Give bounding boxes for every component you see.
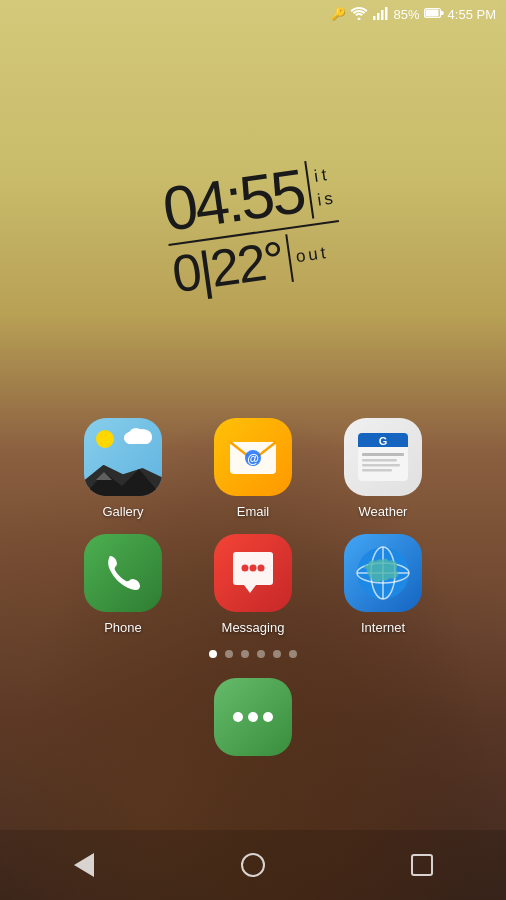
- battery-icon: [424, 7, 444, 22]
- page-dots: [0, 650, 506, 658]
- app-row-2: Phone Messaging: [30, 534, 476, 635]
- wifi-icon: [350, 6, 368, 23]
- svg-rect-24: [362, 469, 392, 472]
- svg-marker-12: [84, 469, 162, 496]
- back-button[interactable]: [59, 840, 109, 890]
- weather-icon: G: [344, 418, 422, 496]
- svg-rect-4: [385, 7, 388, 20]
- svg-text:G: G: [379, 435, 388, 447]
- svg-point-11: [129, 428, 143, 440]
- home-button[interactable]: [228, 840, 278, 890]
- clock-date: 0|22°: [169, 233, 286, 300]
- status-icons: 🔑 85%: [331, 6, 496, 23]
- svg-rect-2: [377, 13, 380, 20]
- messaging-icon: [214, 534, 292, 612]
- email-envelope-svg: @: [228, 438, 278, 476]
- drawer-dot-2: [248, 712, 258, 722]
- signal-icon: [372, 6, 390, 23]
- internet-icon-svg: [354, 544, 412, 602]
- weather-label: Weather: [359, 504, 408, 519]
- app-row-1: Gallery @ Email: [30, 418, 476, 519]
- artistic-clock: 04:55 it is 0|22° out: [137, 133, 369, 322]
- gallery-cloud-svg: [122, 426, 154, 444]
- app-phone[interactable]: Phone: [73, 534, 173, 635]
- svg-rect-23: [362, 464, 400, 467]
- gallery-icon: [84, 418, 162, 496]
- clock-it: it: [313, 163, 334, 189]
- drawer-button[interactable]: [214, 678, 292, 756]
- svg-point-27: [258, 565, 265, 572]
- page-dot-2[interactable]: [241, 650, 249, 658]
- page-dot-5[interactable]: [289, 650, 297, 658]
- page-dot-1[interactable]: [225, 650, 233, 658]
- back-icon: [74, 853, 94, 877]
- status-time: 4:55 PM: [448, 7, 496, 22]
- app-drawer: [0, 678, 506, 756]
- page-dot-0[interactable]: [209, 650, 217, 658]
- email-icon: @: [214, 418, 292, 496]
- recent-icon: [411, 854, 433, 876]
- app-grid: Gallery @ Email: [0, 418, 506, 635]
- home-icon: [241, 853, 265, 877]
- svg-marker-13: [96, 472, 112, 480]
- svg-rect-21: [362, 453, 404, 456]
- messaging-icon-svg: [228, 550, 278, 596]
- svg-point-26: [250, 565, 257, 572]
- status-bar: 🔑 85%: [0, 0, 506, 28]
- recent-apps-button[interactable]: [397, 840, 447, 890]
- clock-out: out: [295, 244, 330, 265]
- clock-widget: 04:55 it is 0|22° out: [0, 38, 506, 418]
- email-label: Email: [237, 504, 270, 519]
- nav-bar: [0, 830, 506, 900]
- svg-point-25: [242, 565, 249, 572]
- phone-icon: [84, 534, 162, 612]
- clock-divider2: [285, 234, 293, 282]
- svg-point-0: [357, 17, 360, 20]
- gallery-label: Gallery: [102, 504, 143, 519]
- battery-percent: 85%: [394, 7, 420, 22]
- svg-rect-3: [381, 10, 384, 20]
- app-internet[interactable]: Internet: [333, 534, 433, 635]
- app-gallery[interactable]: Gallery: [73, 418, 173, 519]
- svg-rect-1: [373, 16, 376, 20]
- svg-rect-7: [425, 9, 438, 16]
- gallery-sun: [96, 430, 114, 448]
- key-icon: 🔑: [331, 7, 346, 21]
- drawer-dot-1: [233, 712, 243, 722]
- page-dot-3[interactable]: [257, 650, 265, 658]
- phone-label: Phone: [104, 620, 142, 635]
- weather-icon-svg: G: [354, 431, 412, 483]
- svg-rect-6: [441, 11, 444, 15]
- drawer-dot-3: [263, 712, 273, 722]
- app-weather[interactable]: G Weather: [333, 418, 433, 519]
- app-messaging[interactable]: Messaging: [203, 534, 303, 635]
- messaging-label: Messaging: [222, 620, 285, 635]
- svg-text:@: @: [247, 452, 259, 466]
- page-dot-4[interactable]: [273, 650, 281, 658]
- gallery-mountain-svg: [84, 464, 162, 496]
- phone-icon-svg: [102, 552, 144, 594]
- svg-rect-22: [362, 459, 397, 462]
- clock-is: is: [316, 187, 337, 213]
- internet-icon: [344, 534, 422, 612]
- internet-label: Internet: [361, 620, 405, 635]
- app-email[interactable]: @ Email: [203, 418, 303, 519]
